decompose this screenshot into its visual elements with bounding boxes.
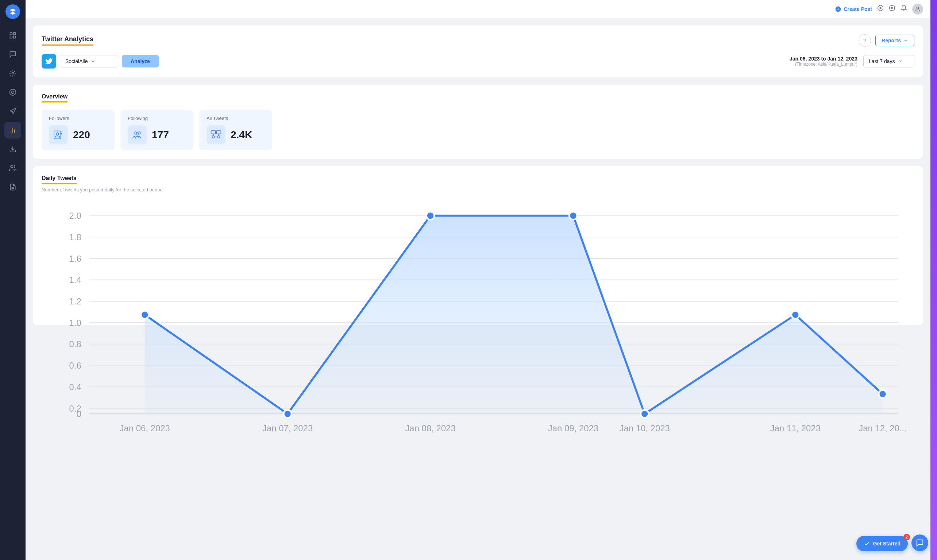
sidebar-item-analytics[interactable] bbox=[5, 122, 21, 138]
svg-text:Jan 11, 2023: Jan 11, 2023 bbox=[770, 423, 821, 433]
right-accent bbox=[931, 0, 937, 560]
svg-point-58 bbox=[641, 410, 649, 418]
date-info: Jan 06, 2023 to Jan 12, 2023 (Timezone: … bbox=[790, 56, 857, 67]
create-post-button[interactable]: Create Post bbox=[835, 6, 872, 12]
svg-point-27 bbox=[212, 135, 215, 138]
timezone: (Timezone: Asia/Kuala_Lumpur) bbox=[790, 62, 857, 67]
analytics-header: Twitter Analytics ? Reports bbox=[42, 34, 914, 47]
stat-card-followers: Followers 220 bbox=[42, 110, 114, 150]
svg-point-28 bbox=[218, 135, 220, 138]
svg-point-15 bbox=[891, 7, 893, 9]
sidebar-item-megaphone[interactable] bbox=[5, 103, 21, 120]
sidebar-item-connections[interactable] bbox=[5, 65, 21, 82]
sidebar-item-download[interactable] bbox=[5, 141, 21, 157]
account-dropdown[interactable]: SocialAlle bbox=[60, 55, 118, 68]
sidebar bbox=[0, 0, 26, 560]
sidebar-item-reports[interactable] bbox=[5, 178, 21, 195]
tweets-value: 2.4K bbox=[231, 129, 252, 141]
chart-subtitle: Number of tweets you posted daily for th… bbox=[42, 187, 914, 192]
svg-point-55 bbox=[284, 410, 292, 418]
following-value: 177 bbox=[152, 129, 169, 141]
help-button[interactable]: ? bbox=[858, 34, 871, 47]
svg-text:Jan 06, 2023: Jan 06, 2023 bbox=[120, 423, 170, 433]
svg-text:0.6: 0.6 bbox=[69, 361, 81, 371]
svg-text:0.8: 0.8 bbox=[69, 339, 81, 349]
svg-text:1.8: 1.8 bbox=[69, 232, 81, 242]
svg-text:1.6: 1.6 bbox=[69, 254, 81, 264]
svg-point-59 bbox=[792, 311, 800, 318]
svg-point-16 bbox=[917, 7, 918, 9]
daily-tweets-chart: 2.0 1.8 1.6 1.4 1.2 1.0 0.8 0.6 0.4 0.2 … bbox=[42, 200, 914, 437]
date-range: Jan 06, 2023 to Jan 12, 2023 bbox=[790, 56, 857, 62]
svg-rect-26 bbox=[216, 131, 221, 134]
svg-text:Jan 07, 2023: Jan 07, 2023 bbox=[262, 423, 313, 433]
notification-badge: 2 bbox=[903, 534, 910, 540]
chart-title: Daily Tweets bbox=[42, 175, 77, 184]
svg-point-60 bbox=[878, 390, 887, 398]
following-icon bbox=[128, 125, 147, 145]
topbar: Create Post bbox=[26, 0, 931, 18]
svg-rect-25 bbox=[211, 131, 216, 134]
svg-rect-3 bbox=[10, 36, 12, 38]
svg-text:1.2: 1.2 bbox=[69, 296, 81, 306]
main-area: Create Post Twitter Analytics ? Reports bbox=[26, 0, 931, 560]
svg-rect-2 bbox=[14, 36, 16, 38]
content-area: Twitter Analytics ? Reports SocialAlle bbox=[26, 18, 931, 560]
stats-grid: Followers 220 bbox=[42, 110, 914, 150]
twitter-icon bbox=[42, 54, 56, 69]
sidebar-item-monitor[interactable] bbox=[5, 84, 21, 101]
notifications-icon[interactable] bbox=[900, 5, 907, 13]
svg-text:0: 0 bbox=[76, 409, 81, 419]
svg-text:Jan 08, 2023: Jan 08, 2023 bbox=[405, 423, 455, 433]
svg-text:1.0: 1.0 bbox=[69, 318, 81, 328]
svg-text:Jan 09, 2023: Jan 09, 2023 bbox=[548, 423, 598, 433]
account-selector: SocialAlle Analyze bbox=[42, 54, 159, 69]
following-label: Following bbox=[128, 115, 186, 121]
reports-button[interactable]: Reports bbox=[875, 35, 914, 46]
followers-value: 220 bbox=[73, 129, 90, 141]
overview-card: Overview Followers bbox=[33, 85, 923, 159]
chat-button[interactable] bbox=[911, 534, 928, 551]
app-logo[interactable] bbox=[5, 5, 20, 19]
svg-point-57 bbox=[569, 212, 577, 220]
following-content: 177 bbox=[128, 125, 186, 145]
svg-point-4 bbox=[12, 72, 14, 74]
sidebar-item-dashboard[interactable] bbox=[5, 27, 21, 44]
date-period-row: Jan 06, 2023 to Jan 12, 2023 (Timezone: … bbox=[790, 55, 914, 68]
svg-text:1.4: 1.4 bbox=[69, 275, 81, 285]
svg-point-5 bbox=[10, 89, 16, 95]
svg-marker-14 bbox=[880, 7, 882, 9]
svg-rect-1 bbox=[14, 33, 16, 35]
get-started-button[interactable]: Get Started 2 bbox=[856, 536, 908, 551]
stat-card-tweets: All Tweets 2.4K bbox=[199, 110, 272, 150]
tweets-icon bbox=[207, 125, 225, 145]
svg-marker-53 bbox=[145, 215, 883, 414]
svg-text:0.4: 0.4 bbox=[69, 382, 81, 392]
chart-card: Daily Tweets Number of tweets you posted… bbox=[33, 166, 923, 325]
overview-title: Overview bbox=[42, 93, 68, 102]
account-row: SocialAlle Analyze Jan 06, 2023 to Jan 1… bbox=[42, 54, 914, 69]
tweets-label: All Tweets bbox=[207, 115, 265, 121]
analytics-header-right: ? Reports bbox=[858, 34, 914, 47]
followers-icon bbox=[49, 125, 68, 145]
svg-point-7 bbox=[11, 166, 13, 168]
analyze-button[interactable]: Analyze bbox=[122, 55, 159, 68]
followers-label: Followers bbox=[49, 115, 107, 121]
user-avatar[interactable] bbox=[912, 4, 923, 15]
svg-point-18 bbox=[56, 133, 59, 135]
sidebar-item-team[interactable] bbox=[5, 160, 21, 177]
sidebar-item-messages[interactable] bbox=[5, 46, 21, 63]
svg-text:2.0: 2.0 bbox=[69, 211, 81, 221]
svg-point-56 bbox=[426, 212, 435, 220]
stat-card-following: Following 177 bbox=[120, 110, 193, 150]
svg-point-54 bbox=[141, 311, 149, 318]
period-dropdown[interactable]: Last 7 days bbox=[863, 55, 914, 68]
play-icon[interactable] bbox=[877, 5, 884, 13]
followers-content: 220 bbox=[49, 125, 107, 145]
svg-text:Jan 12, 20...: Jan 12, 20... bbox=[858, 423, 907, 433]
svg-text:Jan 10, 2023: Jan 10, 2023 bbox=[619, 423, 670, 433]
settings-icon[interactable] bbox=[889, 5, 895, 13]
svg-point-6 bbox=[12, 91, 14, 94]
tweets-content: 2.4K bbox=[207, 125, 265, 145]
analytics-header-card: Twitter Analytics ? Reports SocialAlle bbox=[33, 26, 923, 77]
